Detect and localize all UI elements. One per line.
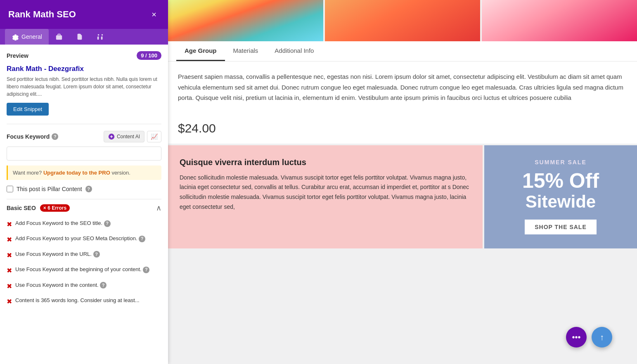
close-button[interactable]: × — [148, 9, 160, 20]
seo-item-text-2: Add Focus Keyword to your SEO Meta Descr… — [15, 235, 161, 242]
rank-math-panel: Rank Math SEO × General — [0, 0, 168, 364]
content-ai-icon — [108, 133, 115, 140]
promo-text: Donec sollicitudin molestie malesuada. V… — [180, 173, 471, 212]
tab-advanced[interactable] — [90, 29, 111, 45]
seo-item-2: ✖ Add Focus Keyword to your SEO Meta Des… — [7, 232, 161, 247]
basic-seo-header: Basic SEO × 6 Errors ∧ — [7, 199, 161, 217]
product-tabs: Age Group Materials Additional Info — [168, 41, 637, 61]
tab-social[interactable] — [49, 29, 69, 45]
upgrade-link[interactable]: Upgrade today to the PRO — [43, 170, 110, 176]
pink-promo-section: Quisque viverra interdum luctus Donec so… — [168, 145, 483, 248]
preview-section: Preview 9 / 100 Rank Math - Deezgrafix S… — [7, 51, 161, 116]
seo-item-text-6: Content is 365 words long. Consider usin… — [15, 297, 161, 304]
basic-seo-section: Basic SEO × 6 Errors ∧ ✖ Add Focus Keywo… — [7, 199, 161, 309]
basic-seo-title: Basic SEO — [7, 205, 36, 211]
seo-item-help-1[interactable]: ? — [104, 220, 111, 227]
seo-item-help-2[interactable]: ? — [139, 236, 145, 242]
sale-percentage: 15% Off — [522, 170, 599, 192]
sale-section: SUMMER SALE 15% Off Sitewide SHOP THE SA… — [484, 145, 637, 248]
seo-item-5: ✖ Use Focus Keyword in the content. ? — [7, 279, 161, 294]
fab-menu-button[interactable]: ••• — [566, 327, 587, 347]
content-area: Age Group Materials Additional Info Prae… — [168, 0, 637, 364]
focus-keyword-help-icon[interactable]: ? — [52, 133, 58, 140]
focus-keyword-input[interactable] — [7, 147, 161, 161]
seo-item-help-5[interactable]: ? — [100, 282, 107, 288]
collapse-button[interactable]: ∧ — [156, 203, 161, 213]
product-content: Praesent sapien massa, convallis a pelle… — [168, 61, 637, 113]
basic-seo-title-row: Basic SEO × 6 Errors — [7, 204, 70, 212]
error-icon-3: ✖ — [7, 251, 12, 260]
gear-icon — [12, 33, 19, 40]
seo-item-text-5: Use Focus Keyword in the content. ? — [15, 281, 161, 289]
preview-title-link[interactable]: Rank Math - Deezgrafix — [7, 65, 161, 73]
seo-item-6: ✖ Content is 365 words long. Consider us… — [7, 294, 161, 309]
content-ai-button[interactable]: Content AI — [104, 131, 144, 142]
seo-item-help-4[interactable]: ? — [143, 267, 149, 273]
pillar-content-help-icon[interactable]: ? — [85, 186, 92, 192]
promo-title: Quisque viverra interdum luctus — [180, 158, 471, 167]
tab-general[interactable]: General — [5, 29, 49, 45]
briefcase-icon — [55, 33, 63, 40]
arrow-icon: ↑ — [600, 333, 604, 342]
tab-materials[interactable]: Materials — [225, 41, 267, 61]
summer-sale-label: SUMMER SALE — [535, 159, 586, 165]
shop-sale-button[interactable]: SHOP THE SALE — [525, 220, 597, 234]
edit-snippet-button[interactable]: Edit Snippet — [7, 103, 49, 116]
pillar-content-checkbox[interactable] — [7, 186, 13, 192]
product-image-2 — [325, 0, 480, 41]
upgrade-notice: Want more? Upgrade today to the PRO vers… — [7, 165, 161, 180]
errors-badge: × 6 Errors — [40, 204, 70, 212]
preview-label: Preview — [7, 52, 28, 59]
error-icon-1: ✖ — [7, 220, 12, 229]
chart-button[interactable]: 📈 — [147, 131, 161, 142]
pillar-content-label: This post is Pillar Content — [17, 186, 82, 192]
tab-age-group[interactable]: Age Group — [176, 41, 225, 61]
branch-icon — [97, 33, 104, 40]
panel-header: Rank Math SEO × — [0, 0, 168, 29]
divider-1 — [7, 124, 161, 124]
seo-item-text-4: Use Focus Keyword at the beginning of yo… — [15, 266, 161, 273]
panel-tabs: General — [0, 29, 168, 45]
fab-container: ••• ↑ — [566, 327, 612, 347]
error-icon-4: ✖ — [7, 266, 12, 275]
bottom-row: Quisque viverra interdum luctus Donec so… — [168, 145, 637, 248]
score-badge: 9 / 100 — [137, 51, 161, 60]
seo-item-3: ✖ Use Focus Keyword in the URL. ? — [7, 248, 161, 263]
focus-keyword-actions: Content AI 📈 — [104, 131, 161, 142]
tab-schema[interactable] — [69, 29, 90, 45]
tab-additional-info[interactable]: Additional Info — [266, 41, 322, 61]
seo-item-1: ✖ Add Focus Keyword to the SEO title. ? — [7, 217, 161, 232]
seo-item-text-3: Use Focus Keyword in the URL. ? — [15, 251, 161, 258]
product-price: $24.00 — [168, 113, 637, 144]
seo-item-4: ✖ Use Focus Keyword at the beginning of … — [7, 263, 161, 278]
document-icon — [76, 33, 83, 40]
focus-keyword-label: Focus Keyword ? — [7, 133, 58, 140]
preview-header: Preview 9 / 100 — [7, 51, 161, 60]
error-icon-6: ✖ — [7, 297, 12, 306]
error-icon-2: ✖ — [7, 235, 12, 244]
fab-action-button[interactable]: ↑ — [592, 327, 612, 347]
product-image-3 — [482, 0, 637, 41]
preview-description: Sed porttitor lectus nibh. Sed porttitor… — [7, 76, 161, 98]
sale-text: Sitewide — [526, 192, 596, 211]
panel-title: Rank Math SEO — [8, 9, 76, 20]
error-icon-5: ✖ — [7, 282, 12, 291]
panel-body: Preview 9 / 100 Rank Math - Deezgrafix S… — [0, 45, 168, 364]
seo-item-text-1: Add Focus Keyword to the SEO title. ? — [15, 220, 161, 227]
seo-item-help-3[interactable]: ? — [93, 251, 100, 258]
focus-keyword-header: Focus Keyword ? Content AI 📈 — [7, 131, 161, 142]
product-image-1 — [168, 0, 323, 41]
dots-icon: ••• — [572, 333, 580, 342]
product-main: Age Group Materials Additional Info Prae… — [168, 41, 637, 113]
images-row — [168, 0, 637, 41]
focus-keyword-section: Focus Keyword ? Content AI 📈 — [7, 131, 161, 161]
pillar-content-row: This post is Pillar Content ? — [7, 186, 161, 192]
